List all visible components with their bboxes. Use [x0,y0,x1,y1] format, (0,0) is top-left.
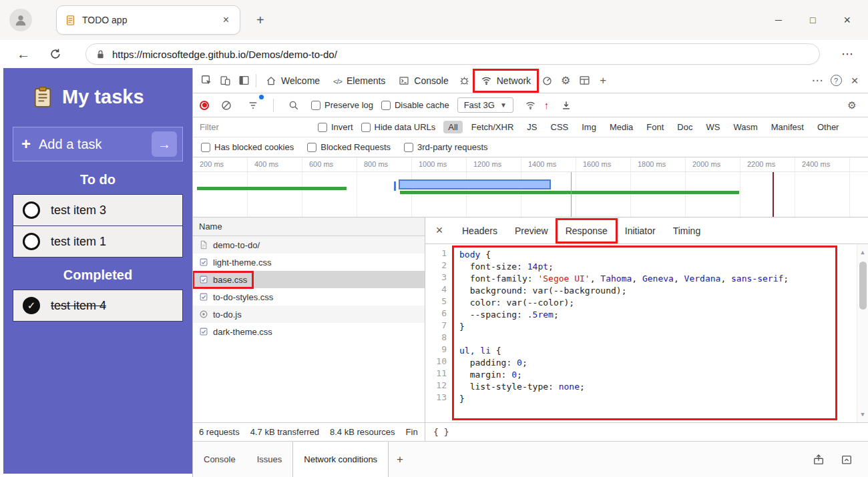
tab-network[interactable]: Network [474,70,537,91]
clear-icon[interactable] [217,96,236,115]
performance-icon[interactable] [537,71,556,90]
todo-item[interactable]: test item 1 [13,225,183,258]
blocked-requests-checkbox[interactable]: Blocked Requests [307,142,391,152]
type-filter-ws[interactable]: WS [701,121,724,133]
profile-avatar[interactable] [9,9,32,31]
browser-tab[interactable]: TODO app × [56,5,240,35]
import-har-icon[interactable] [557,96,576,115]
unchecked-circle-icon[interactable] [23,201,40,219]
tab-welcome[interactable]: Welcome [259,70,327,91]
scrollbar[interactable]: ▲ ▼ [857,244,868,422]
search-icon[interactable] [284,96,303,115]
add-drawer-tab-icon[interactable]: + [389,442,411,477]
request-row[interactable]: base.css [193,271,425,288]
settings-gear-icon[interactable]: ⚙ [556,71,575,90]
requests-name-header[interactable]: Name [193,217,425,236]
tab-close-icon[interactable]: × [220,13,232,27]
unchecked-circle-icon[interactable] [23,233,40,250]
checkbox-icon[interactable] [361,123,371,132]
devtools-menu-icon[interactable]: ⋯ [808,71,827,90]
checkbox-icon[interactable] [311,101,320,110]
throttling-dropdown[interactable]: Fast 3G ▼ [457,97,513,113]
request-row[interactable]: demo-to-do/ [193,236,425,254]
add-task-submit-button[interactable]: → [152,131,177,157]
checkbox-icon[interactable] [381,101,391,110]
drawer-tab-issues[interactable]: Issues [246,442,293,477]
type-filter-fetchxhr[interactable]: Fetch/XHR [467,121,519,133]
hide-data-urls-checkbox[interactable]: Hide data URLs [361,122,436,132]
drawer-tab-network-conditions[interactable]: Network conditions [292,442,389,477]
checkbox-icon[interactable] [201,143,210,152]
export-icon[interactable] [809,450,828,469]
network-overview-waterfall[interactable]: 200 ms400 ms600 ms800 ms1000 ms1200 ms14… [193,157,868,217]
expand-panel-icon[interactable] [837,450,856,469]
type-filter-other[interactable]: Other [813,121,844,133]
todo-item[interactable]: ✓test item 4 [13,290,183,322]
pretty-print-icon[interactable]: { } [425,427,457,437]
type-filter-wasm[interactable]: Wasm [728,121,762,133]
back-icon[interactable]: ← [13,47,33,62]
type-filter-all[interactable]: All [443,121,462,133]
checked-circle-icon[interactable]: ✓ [23,297,40,314]
3rd-party-requests-checkbox[interactable]: 3rd-party requests [404,142,488,152]
scroll-thumb[interactable] [859,262,867,310]
preserve-log-checkbox[interactable]: Preserve log [311,100,373,110]
type-filter-js[interactable]: JS [522,121,541,133]
more-tabs-icon[interactable]: + [594,71,612,90]
inspect-icon[interactable] [197,71,216,90]
type-filter-img[interactable]: Img [577,121,601,133]
panel-layout-icon[interactable] [575,71,594,90]
url-text: https://microsoftedge.github.io/Demos/de… [112,49,337,60]
address-bar[interactable]: https://microsoftedge.github.io/Demos/de… [85,43,820,65]
close-devtools-icon[interactable]: × [845,71,864,90]
checkbox-label: 3rd-party requests [417,142,488,152]
filter-icon[interactable] [244,96,262,115]
checkbox-icon[interactable] [307,143,316,152]
type-filter-doc[interactable]: Doc [672,121,697,133]
reload-icon[interactable] [49,48,69,60]
filter-input[interactable] [200,122,310,132]
dock-side-icon[interactable] [234,71,253,90]
code-line: font-family: 'Segoe UI', Tahoma, Geneva,… [459,273,830,285]
add-task-row[interactable]: + Add a task → [13,127,183,161]
type-filter-manifest[interactable]: Manifest [767,121,809,133]
response-code[interactable]: body { font-size: 14pt; font-family: 'Se… [452,246,837,420]
response-tab-initiator[interactable]: Initiator [616,219,664,242]
browser-menu-icon[interactable]: ⋯ [841,47,853,61]
type-filter-media[interactable]: Media [605,121,638,133]
response-tab-preview[interactable]: Preview [506,219,557,242]
record-icon[interactable] [200,101,209,110]
request-row[interactable]: light-theme.css [193,254,425,271]
response-tab-response[interactable]: Response [557,219,616,242]
checkbox-icon[interactable] [318,123,327,132]
response-tab-timing[interactable]: Timing [664,219,710,242]
drawer-tab-console[interactable]: Console [193,442,246,477]
tab-elements[interactable]: </>Elements [327,70,392,91]
close-window-icon[interactable]: × [843,13,851,27]
device-emulation-icon[interactable] [216,71,234,90]
has-blocked-cookies-checkbox[interactable]: Has blocked cookies [201,142,294,152]
type-filter-css[interactable]: CSS [546,121,574,133]
network-conditions-icon[interactable] [521,96,540,115]
scroll-down-icon[interactable]: ▼ [861,408,864,420]
maximize-icon[interactable]: □ [810,15,815,25]
type-filter-font[interactable]: Font [642,121,668,133]
request-row[interactable]: to-do.js [193,306,425,323]
minimize-icon[interactable]: ─ [775,15,782,25]
tab-console[interactable]: Console [392,70,455,91]
disable-cache-label: Disable cache [395,100,449,110]
close-response-pane-icon[interactable]: × [425,223,453,237]
invert-checkbox[interactable]: Invert [318,122,353,132]
timeline-label: 1400 ms [528,160,556,168]
request-row[interactable]: dark-theme.css [193,323,425,340]
issues-bug-icon[interactable] [455,71,474,90]
scroll-up-icon[interactable]: ▲ [861,246,864,258]
checkbox-icon[interactable] [404,143,413,152]
request-row[interactable]: to-do-styles.css [193,288,425,306]
help-icon[interactable]: ? [827,71,845,90]
disable-cache-checkbox[interactable]: Disable cache [381,100,449,110]
new-tab-button[interactable]: + [251,11,270,29]
todo-item[interactable]: test item 3 [13,194,183,226]
response-tab-headers[interactable]: Headers [453,219,506,242]
network-settings-gear-icon[interactable]: ⚙ [843,96,861,115]
